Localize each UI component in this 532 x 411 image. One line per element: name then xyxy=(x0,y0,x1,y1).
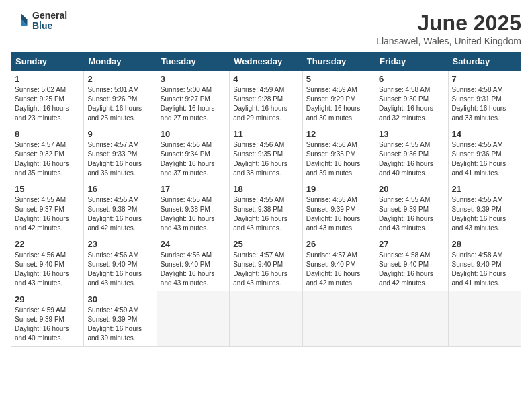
col-thursday: Thursday xyxy=(302,52,375,71)
logo: General Blue xyxy=(11,11,67,32)
day-number: 28 xyxy=(452,239,517,249)
title-area: June 2025 Llansawel, Wales, United Kingd… xyxy=(376,11,521,46)
calendar-week-row: 15Sunrise: 4:55 AMSunset: 9:37 PMDayligh… xyxy=(11,181,521,236)
day-number: 16 xyxy=(87,184,152,194)
day-number: 9 xyxy=(87,129,152,139)
calendar-day-cell: 16Sunrise: 4:55 AMSunset: 9:38 PMDayligh… xyxy=(84,181,157,236)
day-info: Sunrise: 4:58 AMSunset: 9:40 PMDaylight:… xyxy=(379,250,444,288)
calendar-day-cell xyxy=(448,291,521,347)
calendar-day-cell: 6Sunrise: 4:58 AMSunset: 9:30 PMDaylight… xyxy=(375,71,448,126)
day-info: Sunrise: 4:55 AMSunset: 9:38 PMDaylight:… xyxy=(161,195,226,233)
calendar-day-cell: 20Sunrise: 4:55 AMSunset: 9:39 PMDayligh… xyxy=(375,181,448,236)
logo-blue: Blue xyxy=(32,21,67,31)
day-number: 14 xyxy=(452,129,517,139)
day-info: Sunrise: 4:58 AMSunset: 9:30 PMDaylight:… xyxy=(379,85,444,123)
day-number: 15 xyxy=(15,184,80,194)
day-info: Sunrise: 4:57 AMSunset: 9:32 PMDaylight:… xyxy=(15,140,80,178)
day-info: Sunrise: 4:55 AMSunset: 9:38 PMDaylight:… xyxy=(233,195,298,233)
day-info: Sunrise: 4:56 AMSunset: 9:40 PMDaylight:… xyxy=(87,250,152,288)
day-info: Sunrise: 4:56 AMSunset: 9:35 PMDaylight:… xyxy=(306,140,371,178)
calendar-day-cell: 3Sunrise: 5:00 AMSunset: 9:27 PMDaylight… xyxy=(157,71,229,126)
day-info: Sunrise: 4:55 AMSunset: 9:39 PMDaylight:… xyxy=(306,195,371,233)
day-info: Sunrise: 4:56 AMSunset: 9:35 PMDaylight:… xyxy=(233,140,298,178)
day-number: 6 xyxy=(379,74,444,84)
calendar-day-cell: 30Sunrise: 4:59 AMSunset: 9:39 PMDayligh… xyxy=(84,291,157,347)
calendar-day-cell: 25Sunrise: 4:57 AMSunset: 9:40 PMDayligh… xyxy=(230,236,302,291)
day-info: Sunrise: 4:56 AMSunset: 9:40 PMDaylight:… xyxy=(15,250,80,288)
calendar-day-cell: 15Sunrise: 4:55 AMSunset: 9:37 PMDayligh… xyxy=(11,181,84,236)
calendar-day-cell xyxy=(302,291,375,347)
day-number: 22 xyxy=(15,239,80,249)
day-info: Sunrise: 4:55 AMSunset: 9:39 PMDaylight:… xyxy=(379,195,444,233)
calendar-header-row: Sunday Monday Tuesday Wednesday Thursday… xyxy=(11,52,521,71)
calendar-day-cell: 4Sunrise: 4:59 AMSunset: 9:28 PMDaylight… xyxy=(230,71,302,126)
calendar-week-row: 22Sunrise: 4:56 AMSunset: 9:40 PMDayligh… xyxy=(11,236,521,291)
day-number: 23 xyxy=(87,239,152,249)
day-number: 7 xyxy=(452,74,517,84)
calendar: Sunday Monday Tuesday Wednesday Thursday… xyxy=(11,52,521,347)
location: Llansawel, Wales, United Kingdom xyxy=(376,36,521,46)
day-info: Sunrise: 4:57 AMSunset: 9:40 PMDaylight:… xyxy=(306,250,371,288)
calendar-day-cell: 8Sunrise: 4:57 AMSunset: 9:32 PMDaylight… xyxy=(11,126,84,181)
col-saturday: Saturday xyxy=(448,52,521,71)
day-number: 13 xyxy=(379,129,444,139)
day-number: 21 xyxy=(452,184,517,194)
calendar-day-cell xyxy=(230,291,302,347)
day-info: Sunrise: 4:55 AMSunset: 9:39 PMDaylight:… xyxy=(452,195,517,233)
day-number: 3 xyxy=(161,74,226,84)
calendar-day-cell: 10Sunrise: 4:56 AMSunset: 9:34 PMDayligh… xyxy=(157,126,229,181)
calendar-week-row: 8Sunrise: 4:57 AMSunset: 9:32 PMDaylight… xyxy=(11,126,521,181)
day-info: Sunrise: 4:59 AMSunset: 9:29 PMDaylight:… xyxy=(306,85,371,123)
day-info: Sunrise: 4:55 AMSunset: 9:38 PMDaylight:… xyxy=(87,195,152,233)
day-number: 18 xyxy=(233,184,298,194)
calendar-week-row: 29Sunrise: 4:59 AMSunset: 9:39 PMDayligh… xyxy=(11,291,521,347)
calendar-day-cell: 9Sunrise: 4:57 AMSunset: 9:33 PMDaylight… xyxy=(84,126,157,181)
day-info: Sunrise: 4:56 AMSunset: 9:34 PMDaylight:… xyxy=(161,140,226,178)
day-number: 29 xyxy=(15,294,80,304)
day-number: 11 xyxy=(233,129,298,139)
day-number: 26 xyxy=(306,239,371,249)
day-info: Sunrise: 4:56 AMSunset: 9:40 PMDaylight:… xyxy=(161,250,226,288)
day-info: Sunrise: 4:59 AMSunset: 9:39 PMDaylight:… xyxy=(15,306,80,343)
col-friday: Friday xyxy=(375,52,448,71)
calendar-day-cell: 18Sunrise: 4:55 AMSunset: 9:38 PMDayligh… xyxy=(230,181,302,236)
calendar-day-cell: 1Sunrise: 5:02 AMSunset: 9:25 PMDaylight… xyxy=(11,71,84,126)
calendar-day-cell: 2Sunrise: 5:01 AMSunset: 9:26 PMDaylight… xyxy=(84,71,157,126)
day-info: Sunrise: 5:01 AMSunset: 9:26 PMDaylight:… xyxy=(87,85,152,123)
logo-general: General xyxy=(32,11,67,21)
col-tuesday: Tuesday xyxy=(157,52,229,71)
day-number: 27 xyxy=(379,239,444,249)
day-info: Sunrise: 5:02 AMSunset: 9:25 PMDaylight:… xyxy=(15,85,80,123)
calendar-day-cell: 17Sunrise: 4:55 AMSunset: 9:38 PMDayligh… xyxy=(157,181,229,236)
calendar-day-cell: 21Sunrise: 4:55 AMSunset: 9:39 PMDayligh… xyxy=(448,181,521,236)
calendar-day-cell: 26Sunrise: 4:57 AMSunset: 9:40 PMDayligh… xyxy=(302,236,375,291)
day-info: Sunrise: 4:55 AMSunset: 9:36 PMDaylight:… xyxy=(452,140,517,178)
logo-icon xyxy=(11,11,30,30)
calendar-day-cell xyxy=(157,291,229,347)
day-number: 4 xyxy=(233,74,298,84)
day-number: 10 xyxy=(161,129,226,139)
calendar-day-cell: 24Sunrise: 4:56 AMSunset: 9:40 PMDayligh… xyxy=(157,236,229,291)
calendar-day-cell: 22Sunrise: 4:56 AMSunset: 9:40 PMDayligh… xyxy=(11,236,84,291)
day-info: Sunrise: 4:55 AMSunset: 9:37 PMDaylight:… xyxy=(15,195,80,233)
header: General Blue June 2025 Llansawel, Wales,… xyxy=(11,11,521,46)
day-number: 12 xyxy=(306,129,371,139)
calendar-day-cell xyxy=(375,291,448,347)
day-number: 19 xyxy=(306,184,371,194)
day-info: Sunrise: 4:59 AMSunset: 9:39 PMDaylight:… xyxy=(87,306,152,343)
day-info: Sunrise: 4:58 AMSunset: 9:31 PMDaylight:… xyxy=(452,85,517,123)
calendar-day-cell: 28Sunrise: 4:58 AMSunset: 9:40 PMDayligh… xyxy=(448,236,521,291)
day-info: Sunrise: 4:58 AMSunset: 9:40 PMDaylight:… xyxy=(452,250,517,288)
day-info: Sunrise: 4:57 AMSunset: 9:40 PMDaylight:… xyxy=(233,250,298,288)
col-sunday: Sunday xyxy=(11,52,84,71)
calendar-day-cell: 23Sunrise: 4:56 AMSunset: 9:40 PMDayligh… xyxy=(84,236,157,291)
day-number: 30 xyxy=(87,294,152,304)
calendar-day-cell: 27Sunrise: 4:58 AMSunset: 9:40 PMDayligh… xyxy=(375,236,448,291)
day-number: 25 xyxy=(233,239,298,249)
day-number: 20 xyxy=(379,184,444,194)
calendar-week-row: 1Sunrise: 5:02 AMSunset: 9:25 PMDaylight… xyxy=(11,71,521,126)
calendar-day-cell: 12Sunrise: 4:56 AMSunset: 9:35 PMDayligh… xyxy=(302,126,375,181)
calendar-day-cell: 5Sunrise: 4:59 AMSunset: 9:29 PMDaylight… xyxy=(302,71,375,126)
calendar-day-cell: 7Sunrise: 4:58 AMSunset: 9:31 PMDaylight… xyxy=(448,71,521,126)
calendar-day-cell: 29Sunrise: 4:59 AMSunset: 9:39 PMDayligh… xyxy=(11,291,84,347)
